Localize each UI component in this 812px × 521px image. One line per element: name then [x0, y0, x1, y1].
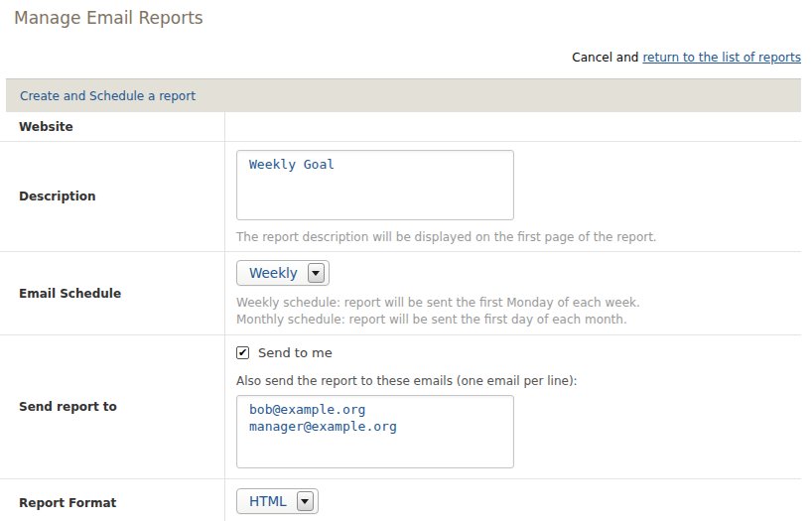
email-schedule-selected-value: Weekly	[249, 265, 308, 281]
send-to-me-checkbox[interactable]: ✔	[236, 346, 249, 359]
page-title: Manage Email Reports	[14, 8, 203, 28]
chevron-down-icon	[312, 271, 320, 276]
panel-header: Create and Schedule a report	[6, 78, 801, 112]
send-report-to-label: Send report to	[0, 335, 225, 478]
cancel-row: Cancel andreturn to the list of reports	[572, 51, 801, 65]
panel-header-title: Create and Schedule a report	[20, 89, 196, 103]
website-value-cell	[225, 112, 801, 141]
description-cell: Weekly Goal The report description will …	[225, 142, 801, 251]
send-to-me-label: Send to me	[258, 345, 333, 360]
cancel-text: Cancel and	[572, 51, 638, 65]
email-schedule-label: Email Schedule	[0, 252, 225, 334]
dropdown-button	[308, 263, 325, 283]
table-row-description: Description Weekly Goal The report descr…	[0, 142, 801, 252]
table-row-email-schedule: Email Schedule Weekly Weekly schedule: r…	[0, 252, 801, 335]
table-row-website: Website	[0, 112, 801, 142]
chevron-down-icon	[301, 499, 309, 504]
send-report-to-cell: ✔ Send to me Also send the report to the…	[225, 335, 801, 478]
return-to-reports-link[interactable]: return to the list of reports	[642, 51, 801, 65]
report-format-select[interactable]: HTML	[236, 488, 319, 514]
dropdown-button	[297, 491, 314, 511]
table-row-report-format: Report Format HTML	[0, 479, 801, 521]
checkmark-icon: ✔	[238, 347, 247, 358]
email-schedule-select[interactable]: Weekly	[236, 260, 330, 286]
report-form: Website Description Weekly Goal The repo…	[0, 112, 801, 521]
send-to-me-option[interactable]: ✔ Send to me	[236, 345, 333, 360]
schedule-help-line-monthly: Monthly schedule: report will be sent th…	[236, 312, 801, 328]
website-label: Website	[0, 112, 225, 141]
email-schedule-help-text: Weekly schedule: report will be sent the…	[236, 295, 801, 328]
table-row-send-report-to: Send report to ✔ Send to me Also send th…	[0, 335, 801, 479]
schedule-help-line-weekly: Weekly schedule: report will be sent the…	[236, 295, 801, 312]
additional-emails-label: Also send the report to these emails (on…	[236, 374, 801, 388]
description-label: Description	[0, 142, 225, 251]
additional-emails-textarea[interactable]: bob@example.org manager@example.org	[236, 395, 514, 468]
description-textarea[interactable]: Weekly Goal	[236, 150, 514, 220]
report-format-label: Report Format	[0, 479, 225, 521]
description-help-text: The report description will be displayed…	[236, 229, 801, 246]
email-schedule-cell: Weekly Weekly schedule: report will be s…	[225, 252, 801, 334]
report-format-selected-value: HTML	[249, 493, 297, 509]
report-format-cell: HTML	[225, 479, 801, 521]
